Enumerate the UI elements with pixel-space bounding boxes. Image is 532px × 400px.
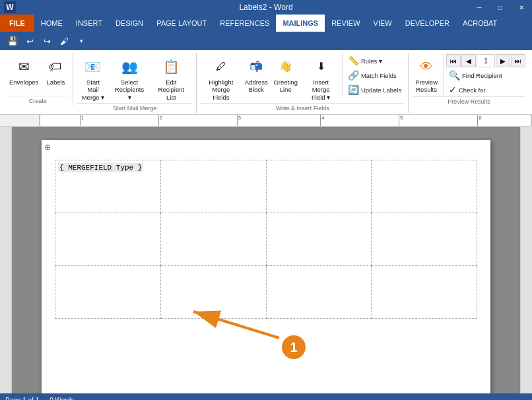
find-recipient-button[interactable]: 🔍 Find Recipient: [446, 69, 525, 82]
ribbon-group-start-mail-merge: 📧 Start MailMerge ▾ 👥 SelectRecipients ▾…: [73, 53, 197, 113]
quick-access-toolbar: 💾 ↩ ↪ 🖌 ▾: [0, 32, 532, 50]
ribbon-group-preview: 👁 PreviewResults ⏮ ◀ 1 ▶ ⏭ 🔍 Find Recipi…: [409, 53, 529, 106]
save-button[interactable]: 💾: [5, 34, 20, 48]
menu-references[interactable]: REFERENCES: [213, 15, 276, 32]
annotation-badge: 1: [282, 335, 306, 359]
table-cell-12: [372, 266, 477, 319]
insert-merge-field-button[interactable]: ⬇ Insert MergeField ▾: [301, 54, 341, 103]
page-status: Page 1 of 1: [5, 397, 39, 400]
ribbon-group-create: ✉ Envelopes 🏷 Labels Create: [3, 53, 73, 106]
rules-icon: 📏: [348, 55, 359, 66]
table-cell-2: [160, 160, 266, 213]
title-text: Labels2 - Word: [239, 3, 292, 12]
table-cell-11: [266, 266, 372, 319]
menu-acrobat[interactable]: ACROBAT: [456, 15, 504, 32]
edit-recipient-list-button[interactable]: 📋 EditRecipient List: [150, 54, 192, 103]
greeting-line-icon: 👋: [275, 56, 296, 77]
table-move-handle[interactable]: ⊕: [44, 143, 51, 152]
document-area: ⊕ { MERGEFIELD Type }: [0, 127, 532, 393]
start-mail-merge-label: Start Mail Merge: [77, 103, 192, 113]
menu-insert[interactable]: INSERT: [69, 15, 109, 32]
quick-access-more[interactable]: ▾: [74, 34, 88, 48]
match-fields-icon: 🔗: [348, 70, 359, 81]
match-fields-button[interactable]: 🔗 Match Fields: [345, 69, 404, 82]
envelopes-button[interactable]: ✉ Envelopes: [7, 54, 41, 88]
vertical-scroll-right[interactable]: [520, 127, 532, 393]
labels-icon: 🏷: [45, 56, 66, 77]
document-page: ⊕ { MERGEFIELD Type }: [42, 140, 490, 393]
rules-button[interactable]: 📏 Rules ▾: [345, 54, 404, 67]
start-mail-merge-button[interactable]: 📧 Start MailMerge ▾: [77, 54, 108, 103]
minimize-button[interactable]: ─: [469, 0, 490, 15]
next-record-button[interactable]: ▶: [496, 54, 510, 67]
menu-page-layout[interactable]: PAGE LAYOUT: [150, 15, 213, 32]
create-group-label: Create: [7, 96, 69, 106]
word-count: 0 Words: [50, 397, 74, 400]
table-cell-4: [372, 160, 477, 213]
menu-mailings[interactable]: MAILINGS: [276, 15, 325, 32]
update-labels-button[interactable]: 🔄 Update Labels: [345, 83, 404, 96]
menu-developer[interactable]: DEVELOPER: [399, 15, 456, 32]
prev-record-button[interactable]: ◀: [461, 54, 476, 67]
preview-results-button[interactable]: 👁 PreviewResults: [413, 54, 440, 96]
last-record-button[interactable]: ⏭: [511, 54, 525, 67]
greeting-line-button[interactable]: 👋 GreetingLine: [271, 54, 300, 103]
edit-recipient-list-icon: 📋: [160, 56, 182, 77]
merge-field-type: { MERGEFIELD Type }: [58, 163, 143, 172]
redo-button[interactable]: ↪: [40, 34, 54, 48]
table-cell-9: [55, 266, 161, 319]
find-recipient-icon: 🔍: [449, 70, 460, 81]
word-icon: W: [4, 1, 16, 13]
check-for-errors-button[interactable]: ✓ Check for: [446, 83, 525, 96]
select-recipients-button[interactable]: 👥 SelectRecipients ▾: [110, 54, 149, 103]
format-painter-button[interactable]: 🖌: [57, 34, 71, 48]
menu-view[interactable]: VIEW: [367, 15, 399, 32]
table-cell-10: [160, 266, 266, 319]
ruler: 1 2 3 4 5 6: [0, 115, 532, 127]
table-cell-3: [266, 160, 372, 213]
ribbon: ✉ Envelopes 🏷 Labels Create 📧 Start Mail…: [0, 50, 532, 115]
vertical-scroll-left: [0, 127, 12, 393]
close-button[interactable]: ✕: [511, 0, 532, 15]
first-record-button[interactable]: ⏮: [446, 54, 461, 67]
menu-home[interactable]: HOME: [34, 15, 69, 32]
envelopes-icon: ✉: [13, 56, 34, 77]
table-cell-7: [266, 213, 372, 266]
ribbon-group-write-insert: 🖊 HighlightMerge Fields 📬 AddressBlock 👋…: [197, 53, 409, 113]
table-cell-8: [372, 213, 477, 266]
menu-bar: FILE HOME INSERT DESIGN PAGE LAYOUT REFE…: [0, 15, 532, 32]
menu-design[interactable]: DESIGN: [109, 15, 150, 32]
check-for-errors-icon: ✓: [449, 84, 457, 95]
highlight-merge-fields-button[interactable]: 🖊 HighlightMerge Fields: [201, 54, 241, 103]
undo-button[interactable]: ↩: [22, 34, 37, 48]
page-number: 1: [477, 54, 495, 67]
menu-file[interactable]: FILE: [0, 15, 34, 32]
title-bar: W Labels2 - Word ─ □ ✕: [0, 0, 532, 15]
table-cell-6: [160, 213, 266, 266]
document-content[interactable]: ⊕ { MERGEFIELD Type }: [12, 127, 520, 393]
address-block-icon: 📬: [246, 56, 267, 77]
label-table: { MERGEFIELD Type }: [55, 160, 477, 319]
labels-button[interactable]: 🏷 Labels: [42, 54, 69, 88]
insert-merge-field-icon: ⬇: [310, 56, 331, 77]
window-controls: ─ □ ✕: [469, 0, 532, 15]
table-cell-1: { MERGEFIELD Type }: [55, 160, 161, 213]
table-cell-5: [55, 213, 161, 266]
status-bar: Page 1 of 1 0 Words: [0, 393, 532, 400]
preview-results-icon: 👁: [416, 56, 437, 77]
ruler-inner: 1 2 3 4 5 6: [40, 115, 532, 126]
write-insert-label: Write & Insert Fields: [201, 103, 404, 113]
update-labels-icon: 🔄: [348, 84, 359, 95]
address-block-button[interactable]: 📬 AddressBlock: [242, 54, 270, 103]
highlight-merge-fields-icon: 🖊: [211, 56, 232, 77]
menu-review[interactable]: REVIEW: [325, 15, 366, 32]
start-mail-merge-icon: 📧: [83, 56, 104, 77]
maximize-button[interactable]: □: [490, 0, 511, 15]
select-recipients-icon: 👥: [119, 56, 140, 77]
preview-results-label: Preview Results: [413, 96, 525, 106]
